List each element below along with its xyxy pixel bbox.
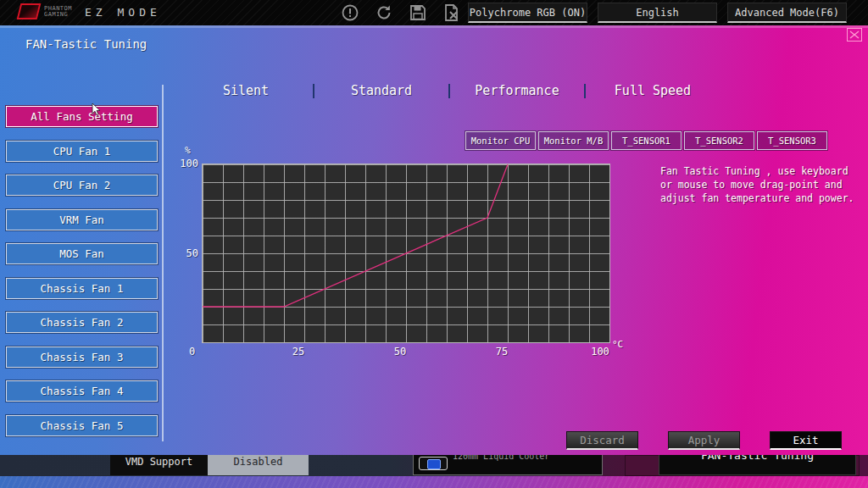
t-sensor2-button[interactable]: T_SENSOR2 bbox=[684, 131, 754, 150]
exit-button[interactable]: Exit bbox=[770, 431, 842, 450]
fan-curve-chart[interactable] bbox=[202, 164, 610, 343]
discard-button[interactable]: Discard bbox=[566, 431, 638, 450]
x-tick-75: 75 bbox=[490, 346, 514, 358]
x-axis-unit: °C bbox=[612, 339, 623, 350]
page-title: FAN-Tastic Tuning bbox=[25, 37, 147, 51]
sidebar-item-cpu-fan-1[interactable]: CPU Fan 1 bbox=[6, 141, 158, 162]
sidebar-item-chassis-fan-2[interactable]: Chassis Fan 2 bbox=[6, 312, 158, 333]
x-tick-25: 25 bbox=[287, 346, 310, 358]
sidebar-item-chassis-fan-1[interactable]: Chassis Fan 1 bbox=[6, 278, 158, 299]
brand-name: PHANTOM GAMING bbox=[44, 6, 72, 18]
top-bar-icons bbox=[341, 3, 461, 22]
top-bar-buttons: Polychrome RGB (ON) English Advanced Mod… bbox=[468, 3, 847, 23]
tab-full-speed[interactable]: Full Speed bbox=[586, 83, 720, 98]
t-sensor3-button[interactable]: T_SENSOR3 bbox=[757, 131, 827, 150]
fan-tastic-tuning-button[interactable]: FAN-Tastic Tuning bbox=[659, 455, 856, 475]
monitor-cpu-button[interactable]: Monitor CPU bbox=[465, 131, 536, 150]
sidebar-item-mos-fan[interactable]: MOS Fan bbox=[6, 243, 158, 264]
info-icon[interactable] bbox=[341, 3, 359, 22]
help-text: Fan Tastic Tuning , use keyboard or mous… bbox=[660, 164, 854, 205]
save-icon[interactable] bbox=[409, 3, 427, 22]
polychrome-rgb-button[interactable]: Polychrome RGB (ON) bbox=[468, 3, 587, 23]
vmd-support-value-text: Disabled bbox=[234, 456, 283, 475]
sensor-buttons: Monitor CPU Monitor M/B T_SENSOR1 T_SENS… bbox=[465, 131, 827, 150]
liquid-cooler-label: 120mm Liquid Cooler bbox=[453, 455, 549, 463]
tab-silent[interactable]: Silent bbox=[179, 83, 313, 98]
tab-performance[interactable]: Performance bbox=[450, 83, 584, 98]
brand-line2: GAMING bbox=[44, 12, 72, 18]
bios-screen: PHANTOM GAMING EZ MODE Polychrome RGB (O… bbox=[0, 0, 868, 488]
help-text-line: Fan Tastic Tuning , use keyboard bbox=[660, 164, 854, 178]
ez-mode-label: EZ MODE bbox=[85, 6, 161, 19]
x-tick-0: 0 bbox=[189, 346, 195, 358]
vmd-support-text: VMD Support bbox=[125, 456, 192, 475]
phantom-gaming-logo-icon bbox=[17, 3, 42, 19]
sidebar-item-vrm-fan[interactable]: VRM Fan bbox=[6, 209, 158, 230]
liquid-cooler-widget[interactable]: 120mm Liquid Cooler bbox=[413, 455, 603, 475]
vmd-support-value[interactable]: Disabled bbox=[208, 455, 309, 475]
y-axis-unit: % bbox=[185, 145, 191, 156]
discard-changes-icon[interactable] bbox=[442, 3, 461, 22]
sidebar-item-cpu-fan-2[interactable]: CPU Fan 2 bbox=[6, 175, 158, 196]
vmd-support-label: VMD Support bbox=[110, 455, 208, 475]
profile-tabs: Silent Standard Performance Full Speed bbox=[179, 83, 720, 98]
fan-tastic-tuning-panel: FAN-Tastic Tuning All Fans Setting CPU F… bbox=[0, 25, 868, 455]
top-bar: PHANTOM GAMING EZ MODE Polychrome RGB (O… bbox=[0, 0, 868, 25]
close-icon[interactable] bbox=[847, 28, 862, 42]
sidebar-item-chassis-fan-4[interactable]: Chassis Fan 4 bbox=[6, 380, 158, 402]
fan-sidebar: All Fans Setting CPU Fan 1 CPU Fan 2 VRM… bbox=[6, 106, 158, 436]
x-tick-100: 100 bbox=[587, 346, 614, 358]
y-tick-50: 50 bbox=[176, 247, 198, 259]
mouse-cursor bbox=[92, 103, 101, 119]
help-text-line: or mouse to move drag-point and bbox=[660, 178, 854, 191]
bottom-bar: VMD Support Disabled 120mm Liquid Cooler… bbox=[0, 455, 868, 476]
sidebar-item-all-fans-setting[interactable]: All Fans Setting bbox=[6, 106, 158, 127]
sidebar-item-chassis-fan-3[interactable]: Chassis Fan 3 bbox=[6, 347, 158, 368]
tab-standard[interactable]: Standard bbox=[314, 83, 448, 98]
fan-tastic-tuning-button-label: FAN-Tastic Tuning bbox=[701, 455, 814, 474]
monitor-mb-button[interactable]: Monitor M/B bbox=[538, 131, 609, 150]
fan-curve-line bbox=[203, 164, 508, 307]
t-sensor1-button[interactable]: T_SENSOR1 bbox=[611, 131, 682, 150]
brand-area: PHANTOM GAMING bbox=[19, 3, 72, 19]
help-text-line: adjust fan temperature and power. bbox=[660, 191, 854, 205]
liquid-cooler-icon bbox=[419, 457, 448, 470]
x-tick-50: 50 bbox=[388, 346, 412, 358]
advanced-mode-button[interactable]: Advanced Mode(F6) bbox=[727, 3, 847, 23]
page-background-edge bbox=[0, 476, 868, 488]
apply-button[interactable]: Apply bbox=[668, 431, 740, 450]
sidebar-divider bbox=[162, 85, 164, 441]
reload-defaults-icon[interactable] bbox=[375, 3, 393, 22]
y-tick-100: 100 bbox=[176, 158, 198, 169]
sidebar-item-chassis-fan-5[interactable]: Chassis Fan 5 bbox=[6, 415, 158, 436]
language-button[interactable]: English bbox=[598, 3, 717, 23]
